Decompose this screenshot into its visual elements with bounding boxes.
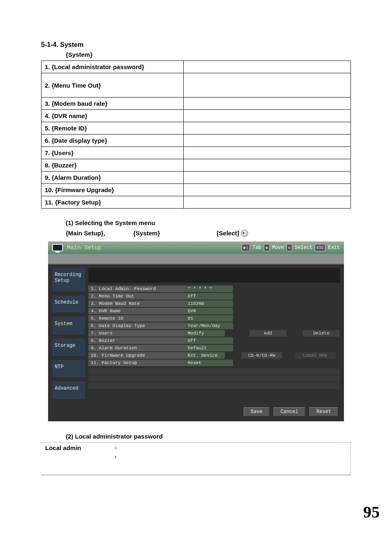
subsection-1-title: (1) Selecting the System menu <box>66 219 351 226</box>
sidebar-item-storage[interactable]: Storage <box>52 339 85 356</box>
bc-system: {System} <box>133 230 160 237</box>
page-number: 95 <box>0 502 380 522</box>
move-key-icon: ✥ <box>264 244 270 251</box>
menu-label[interactable]: 4. DVR Name <box>88 308 184 314</box>
row-desc <box>184 98 351 110</box>
row-label: 6. {Date display type} <box>42 135 184 147</box>
sidebar-item-system[interactable]: System <box>52 317 85 334</box>
row-label: 2. {Menu Time Out} <box>42 73 184 98</box>
row-desc <box>184 159 351 172</box>
menu-value[interactable]: Year/Mon/Day <box>184 323 233 329</box>
row-desc <box>184 73 351 98</box>
system-heading: {System} <box>66 51 351 58</box>
menu-value[interactable]: Reset <box>184 360 233 366</box>
sidebar-item-ntp[interactable]: NTP <box>52 360 85 377</box>
select-key-icon: ↻ <box>286 244 292 251</box>
row-label: 9. {Alarm Duration} <box>42 172 184 184</box>
menu-label[interactable]: 5. Remote ID <box>88 315 184 322</box>
row-desc <box>184 184 351 196</box>
menu-value[interactable]: Off <box>184 337 233 344</box>
hint-exit: Exit <box>328 245 340 251</box>
row-desc <box>184 110 351 122</box>
users-add[interactable]: Add <box>249 330 286 337</box>
bc-main: {Main Setup}, <box>66 230 105 237</box>
fw-localhdd[interactable]: Local HDD <box>295 352 336 359</box>
sidebar-item-advanced[interactable]: Advanced <box>52 381 85 399</box>
local-admin-label: Local admin <box>41 443 111 475</box>
sidebar-item-schedule[interactable]: Schedule <box>52 295 85 313</box>
row-label: 4. {DVR name} <box>42 110 184 122</box>
row-label: 1. {Local administrator password} <box>42 61 184 73</box>
row-desc <box>184 196 351 209</box>
subsection-2-title: (2) Local administrator password <box>66 433 351 440</box>
fw-extdevice[interactable]: Ext. Device <box>184 352 225 359</box>
menu-value[interactable]: 01 <box>184 315 233 322</box>
menu-label[interactable]: 11. Factory Setup <box>88 360 184 366</box>
menu-value[interactable]: Off <box>184 293 233 300</box>
row-desc <box>184 147 351 159</box>
esc-key-icon: ESC <box>315 244 325 251</box>
row-label: 5. {Remote ID} <box>42 122 184 135</box>
menu-label[interactable]: 1. Local Admin. Password <box>88 286 184 292</box>
menu-value[interactable]: DVR <box>184 308 233 314</box>
row-label: 7. {Users} <box>42 147 184 159</box>
menu-label[interactable]: 10. Firmware Upgrade <box>88 352 184 359</box>
hint-move: Move <box>272 245 284 251</box>
users-delete[interactable]: Delete <box>303 330 340 337</box>
section-title: 5-1-4. System <box>41 41 351 49</box>
menu-label[interactable]: 2. Menu Time Out <box>88 293 184 300</box>
local-admin-bullets <box>115 444 346 462</box>
menu-value[interactable]: 115200 <box>184 300 233 307</box>
dvr-title: Main Setup <box>67 244 101 251</box>
row-label: 3. {Modem baud rate} <box>42 98 184 110</box>
row-desc <box>184 122 351 135</box>
menu-label[interactable]: 8. Buzzer <box>88 337 184 344</box>
breadcrumb: {Main Setup}, {System} [Select] <box>66 230 351 237</box>
tab-key-icon: ▶| <box>242 244 250 251</box>
menu-value[interactable]: * * * * * <box>184 286 233 292</box>
sidebar-item-recording[interactable]: Recording Setup <box>52 268 85 291</box>
menu-value[interactable]: Default <box>184 345 233 351</box>
row-desc <box>184 135 351 147</box>
row-label: 8. {Buzzer} <box>42 159 184 172</box>
save-button[interactable]: Save <box>244 407 270 416</box>
reset-button[interactable]: Reset <box>309 407 338 416</box>
row-desc <box>184 172 351 184</box>
hint-select: Select <box>295 245 312 251</box>
menu-label[interactable]: 3. Modem Baud Rate <box>88 300 184 307</box>
bc-select: [Select] <box>217 230 239 237</box>
cancel-button[interactable]: Cancel <box>274 407 305 416</box>
row-desc <box>184 61 351 73</box>
dvr-screenshot: Main Setup ▶|Tab ✥Move ↻Select ESCExit R… <box>48 242 344 421</box>
fw-cdrw[interactable]: CD-R/CD-RW <box>241 352 282 359</box>
users-modify[interactable]: Modify <box>184 330 225 337</box>
select-jog-icon <box>241 230 248 237</box>
hint-tab: Tab <box>252 245 261 251</box>
row-label: 10. {Firmware Upgrade} <box>42 184 184 196</box>
system-table: 1. {Local administrator password} 2. {Me… <box>41 60 351 209</box>
monitor-icon <box>52 244 63 251</box>
row-label: 11. {Factory Setup} <box>42 196 184 209</box>
menu-label[interactable]: 6. Date Display Type <box>88 323 184 329</box>
menu-label[interactable]: 7. Users <box>88 330 184 337</box>
menu-label[interactable]: 9. Alarm Duration <box>88 345 184 351</box>
